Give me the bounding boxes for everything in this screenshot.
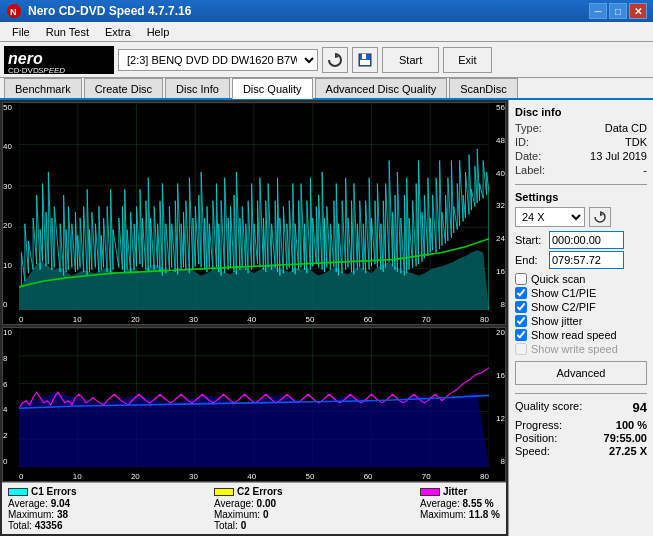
bottom-x-axis: 0 10 20 30 40 50 60 70 80 [19,472,489,481]
main-content: 50 40 30 20 10 0 56 48 40 32 24 16 8 [0,100,653,536]
refresh-button[interactable] [322,47,348,73]
c1-maximum: Maximum: 38 [8,509,77,520]
b-y-right-8: 8 [489,458,505,466]
toolbar: nero CD·DVD SPEED [2:3] BENQ DVD DD DW16… [0,42,653,78]
start-button[interactable]: Start [382,47,439,73]
title-bar: N Nero CD-DVD Speed 4.7.7.16 ─ □ ✕ [0,0,653,22]
svg-rect-9 [360,60,370,65]
close-button[interactable]: ✕ [629,3,647,19]
disc-info-section: Disc info Type: Data CD ID: TDK Date: 13… [515,106,647,176]
c2-maximum: Maximum: 0 [214,509,283,520]
show-jitter-checkbox[interactable] [515,315,527,327]
y-left-40: 40 [3,143,19,151]
tab-disc-info[interactable]: Disc Info [165,78,230,98]
progress-row: Progress: 100 % [515,419,647,431]
menu-help[interactable]: Help [139,24,178,40]
nero-logo: nero CD·DVD SPEED [4,46,114,74]
save-button[interactable] [352,47,378,73]
tab-disc-quality[interactable]: Disc Quality [232,78,313,99]
chart-area: 50 40 30 20 10 0 56 48 40 32 24 16 8 [0,100,508,536]
quality-section: Quality score: 94 Progress: 100 % Positi… [515,400,647,457]
end-input[interactable] [549,251,624,269]
start-row: Start: [515,231,647,249]
tab-benchmark[interactable]: Benchmark [4,78,82,98]
quick-scan-checkbox[interactable] [515,273,527,285]
jitter-maximum: Maximum: 11.8 % [420,509,500,520]
speed-select[interactable]: 24 X Max 4 X 8 X 16 X 32 X 40 X 48 X [515,207,585,227]
y-right-40: 40 [489,170,505,178]
show-c2-row: Show C2/PIF [515,301,647,313]
c2-average: Average: 0.00 [214,498,283,509]
show-c2-label: Show C2/PIF [531,301,596,313]
b-y-right-12: 12 [489,415,505,423]
jitter-average: Average: 8.55 % [420,498,500,509]
show-c1-label: Show C1/PIE [531,287,596,299]
y-left-10: 10 [3,262,19,270]
jitter-label: Jitter [443,486,467,497]
show-jitter-label: Show jitter [531,315,582,327]
exit-button[interactable]: Exit [443,47,491,73]
drive-select[interactable]: [2:3] BENQ DVD DD DW1620 B7W9 [118,49,318,71]
start-input[interactable] [549,231,624,249]
show-write-speed-checkbox[interactable] [515,343,527,355]
menu-bar: File Run Test Extra Help [0,22,653,42]
y-right-48: 48 [489,137,505,145]
c2-total: Total: 0 [214,520,283,531]
c1-total: Total: 43356 [8,520,77,531]
right-panel: Disc info Type: Data CD ID: TDK Date: 13… [508,100,653,536]
show-write-speed-label: Show write speed [531,343,618,355]
tab-create-disc[interactable]: Create Disc [84,78,163,98]
show-read-speed-checkbox[interactable] [515,329,527,341]
menu-file[interactable]: File [4,24,38,40]
menu-run-test[interactable]: Run Test [38,24,97,40]
b-y-left-6: 6 [3,381,19,389]
show-read-speed-label: Show read speed [531,329,617,341]
tab-advanced-disc-quality[interactable]: Advanced Disc Quality [315,78,448,98]
advanced-button[interactable]: Advanced [515,361,647,385]
b-y-left-10: 10 [3,329,19,337]
legend-c2: C2 Errors Average: 0.00 Maximum: 0 Total… [214,486,283,531]
c1-label: C1 Errors [31,486,77,497]
tab-scandisc[interactable]: ScanDisc [449,78,517,98]
bottom-chart-svg [19,328,489,467]
quick-scan-row: Quick scan [515,273,647,285]
show-c1-checkbox[interactable] [515,287,527,299]
top-x-axis: 0 10 20 30 40 50 60 70 80 [19,315,489,324]
show-write-speed-row: Show write speed [515,343,647,355]
c1-color-swatch [8,488,28,496]
b-y-left-4: 4 [3,406,19,414]
divider-2 [515,393,647,394]
end-row: End: [515,251,647,269]
end-label: End: [515,254,545,266]
show-c2-checkbox[interactable] [515,301,527,313]
minimize-button[interactable]: ─ [589,3,607,19]
menu-extra[interactable]: Extra [97,24,139,40]
b-y-right-16: 16 [489,372,505,380]
legend-c1: C1 Errors Average: 9.04 Maximum: 38 Tota… [8,486,77,531]
svg-text:N: N [10,7,17,17]
c2-label: C2 Errors [237,486,283,497]
show-jitter-row: Show jitter [515,315,647,327]
c1-average: Average: 9.04 [8,498,77,509]
speed-refresh-button[interactable] [589,207,611,227]
disc-type-row: Type: Data CD [515,122,647,134]
position-row: Position: 79:55.00 [515,432,647,444]
y-right-16: 16 [489,268,505,276]
app-icon: N [6,3,22,19]
maximize-button[interactable]: □ [609,3,627,19]
y-right-32: 32 [489,202,505,210]
y-left-50: 50 [3,104,19,112]
quality-score-value: 94 [633,400,647,415]
b-y-left-8: 8 [3,355,19,363]
legend-bar: C1 Errors Average: 9.04 Maximum: 38 Tota… [2,482,506,534]
y-right-24: 24 [489,235,505,243]
c2-color-swatch [214,488,234,496]
svg-text:nero: nero [8,50,43,67]
y-right-56: 56 [489,104,505,112]
svg-text:SPEED: SPEED [38,66,65,74]
b-y-left-2: 2 [3,432,19,440]
title-text: Nero CD-DVD Speed 4.7.7.16 [28,4,191,18]
y-left-20: 20 [3,222,19,230]
start-label: Start: [515,234,545,246]
disc-label-row: Label: - [515,164,647,176]
